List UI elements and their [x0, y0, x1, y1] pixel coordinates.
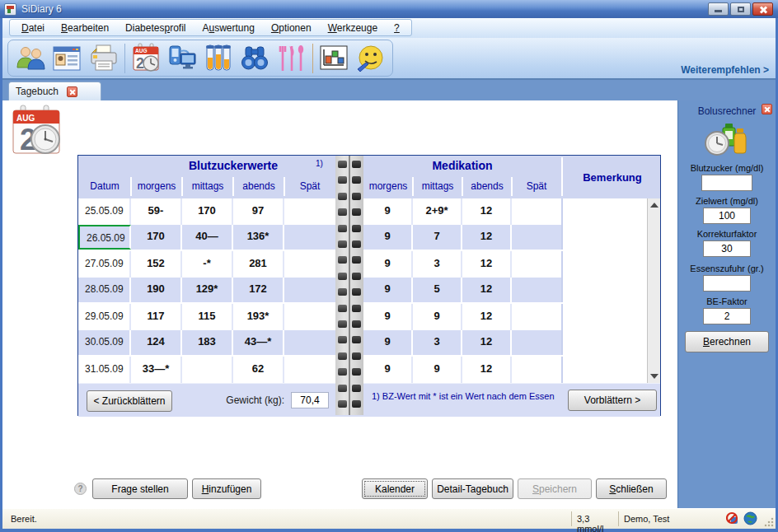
bz-morgens-cell[interactable]: 170 — [131, 225, 182, 250]
food-icon[interactable] — [275, 42, 307, 75]
bz-morgens-cell[interactable]: 124 — [131, 330, 182, 355]
med-abends-cell[interactable]: 12 — [462, 304, 512, 330]
menu-help[interactable]: ? — [386, 21, 408, 35]
bz-spaet-cell[interactable] — [284, 198, 335, 225]
date-cell[interactable]: 30.05.09 — [78, 330, 131, 355]
table-scrollbar[interactable] — [647, 198, 660, 383]
bemerkung-cell[interactable] — [561, 251, 649, 278]
med-spaet-cell[interactable] — [512, 357, 561, 383]
bz-spaet-cell[interactable] — [284, 278, 335, 302]
bemerkung-cell[interactable] — [561, 225, 649, 250]
save-button[interactable]: Speichern — [518, 478, 592, 499]
med-spaet-cell[interactable] — [512, 278, 561, 302]
bemerkung-cell[interactable] — [561, 198, 649, 225]
med-abends-cell[interactable]: 12 — [462, 330, 512, 355]
bz-morgens-cell[interactable]: 117 — [131, 304, 182, 330]
med-abends-cell[interactable]: 12 — [462, 278, 512, 302]
date-cell[interactable]: 25.05.09 — [78, 198, 131, 225]
calculate-button[interactable]: Berechnen — [685, 331, 769, 352]
detail-diary-button[interactable]: Detail-Tagebuch — [432, 478, 513, 499]
bz-abends-cell[interactable]: 193* — [233, 304, 284, 330]
bz-spaet-cell[interactable] — [284, 357, 335, 383]
bz-abends-cell[interactable]: 97 — [233, 198, 284, 225]
bz-spaet-cell[interactable] — [284, 304, 335, 330]
med-morgens-cell[interactable]: 9 — [363, 304, 413, 330]
bz-abends-cell[interactable]: 136* — [233, 225, 284, 250]
med-morgens-cell[interactable]: 9 — [363, 330, 413, 355]
binoculars-icon[interactable] — [239, 42, 270, 75]
med-spaet-cell[interactable] — [512, 251, 561, 278]
close-button[interactable] — [752, 2, 773, 16]
bolus-target-input[interactable] — [703, 208, 751, 224]
minimize-button[interactable] — [708, 2, 729, 16]
bz-morgens-cell[interactable]: 152 — [131, 251, 182, 278]
med-mittags-cell[interactable]: 7 — [413, 225, 462, 250]
bz-spaet-cell[interactable] — [284, 330, 335, 355]
bz-abends-cell[interactable]: 62 — [233, 357, 284, 383]
med-spaet-cell[interactable] — [512, 198, 561, 225]
bz-mittags-cell[interactable]: 183 — [182, 330, 233, 355]
bz-morgens-cell[interactable]: 190 — [131, 278, 182, 302]
lab-values-icon[interactable] — [203, 42, 234, 75]
add-button[interactable]: Hinzufügen — [192, 478, 261, 499]
menu-optionen[interactable]: Optionen — [263, 21, 320, 35]
tab-tagebuch[interactable]: Tagebuch — [8, 82, 101, 100]
recommend-link[interactable]: Weiterempfehlen > — [681, 64, 769, 76]
med-morgens-cell[interactable]: 9 — [363, 278, 413, 302]
med-morgens-cell[interactable]: 9 — [363, 357, 413, 383]
maximize-button[interactable] — [730, 2, 751, 16]
bolus-close-icon[interactable] — [762, 104, 772, 114]
bz-mittags-cell[interactable]: 129* — [182, 278, 233, 302]
print-icon[interactable] — [87, 42, 119, 75]
bz-mittags-cell[interactable] — [182, 357, 233, 383]
device-sync-icon[interactable] — [166, 42, 198, 75]
feedback-smiley-icon[interactable] — [354, 42, 386, 75]
med-abends-cell[interactable]: 12 — [462, 251, 512, 278]
date-cell[interactable]: 26.05.09 — [78, 225, 131, 250]
med-morgens-cell[interactable]: 9 — [363, 225, 413, 250]
bz-morgens-cell[interactable]: 33—* — [131, 357, 182, 383]
med-mittags-cell[interactable]: 3 — [413, 330, 462, 355]
med-morgens-cell[interactable]: 9 — [363, 198, 413, 225]
bemerkung-cell[interactable] — [561, 357, 649, 383]
med-spaet-cell[interactable] — [512, 330, 561, 355]
med-abends-cell[interactable]: 12 — [462, 198, 512, 225]
date-cell[interactable]: 29.05.09 — [78, 304, 131, 330]
bz-morgens-cell[interactable]: 59- — [131, 198, 182, 225]
med-spaet-cell[interactable] — [512, 225, 561, 250]
bemerkung-cell[interactable] — [561, 304, 649, 330]
med-abends-cell[interactable]: 12 — [462, 357, 512, 383]
page-back-button[interactable]: < Zurückblättern — [87, 390, 172, 412]
med-mittags-cell[interactable]: 9 — [413, 357, 462, 383]
bz-mittags-cell[interactable]: 40— — [182, 225, 233, 250]
calendar-icon[interactable]: AUG2 — [130, 42, 162, 75]
med-mittags-cell[interactable]: 9 — [413, 304, 462, 330]
weight-input[interactable] — [291, 392, 329, 408]
bz-spaet-cell[interactable] — [284, 225, 335, 250]
bz-mittags-cell[interactable]: -* — [182, 251, 233, 278]
med-mittags-cell[interactable]: 3 — [413, 251, 462, 278]
bz-abends-cell[interactable]: 172 — [233, 278, 284, 302]
profile-icon[interactable] — [51, 42, 82, 75]
scroll-down-icon[interactable] — [650, 374, 658, 379]
scroll-up-icon[interactable] — [650, 203, 658, 208]
statistics-icon[interactable] — [318, 42, 349, 75]
med-spaet-cell[interactable] — [512, 304, 561, 330]
bz-mittags-cell[interactable]: 170 — [182, 198, 233, 225]
menu-bearbeiten[interactable]: Bearbeiten — [53, 21, 117, 35]
menu-werkzeuge[interactable]: Werkzeuge — [320, 21, 386, 35]
med-morgens-cell[interactable]: 9 — [363, 251, 413, 278]
tab-close-icon[interactable] — [67, 86, 77, 97]
page-forward-button[interactable]: Vorblättern > — [568, 390, 657, 411]
calendar-button[interactable]: Kalender — [362, 478, 428, 499]
bz-spaet-cell[interactable] — [284, 251, 335, 278]
bolus-food-input[interactable] — [703, 275, 751, 292]
med-mittags-cell[interactable]: 5 — [413, 278, 462, 302]
bemerkung-cell[interactable] — [561, 330, 649, 355]
bz-mittags-cell[interactable]: 115 — [182, 304, 233, 330]
bolus-bz-input[interactable] — [701, 175, 752, 191]
date-cell[interactable]: 27.05.09 — [78, 251, 131, 278]
menu-auswertung[interactable]: Auswertung — [194, 21, 263, 35]
date-cell[interactable]: 28.05.09 — [78, 278, 131, 302]
ask-question-button[interactable]: Frage stellen — [92, 478, 188, 499]
